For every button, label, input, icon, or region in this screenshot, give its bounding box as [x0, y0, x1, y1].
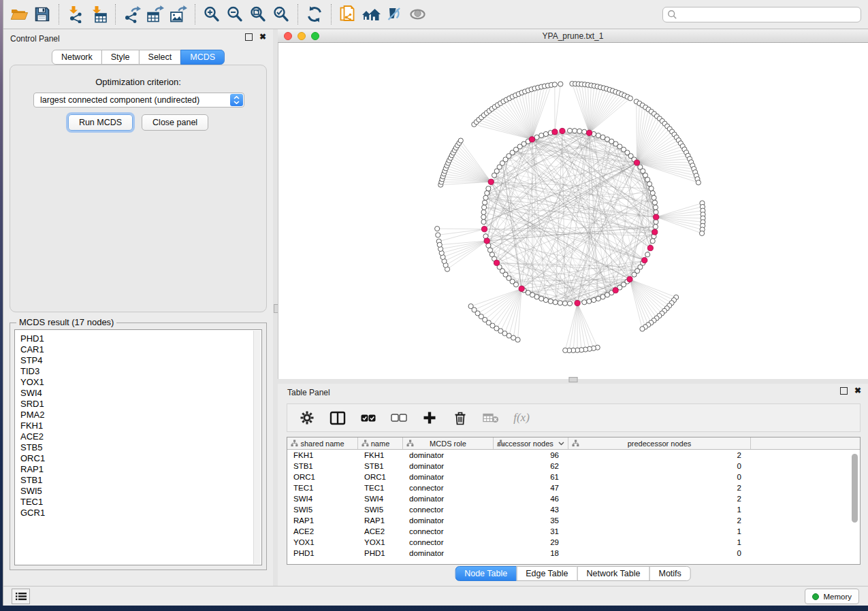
zoom-selected-button[interactable] [270, 3, 293, 25]
tab-motifs[interactable]: Motifs [649, 566, 690, 581]
column-header-name[interactable]: name [358, 437, 403, 449]
window-close-button[interactable] [284, 32, 292, 40]
mcds-result-item[interactable]: STP4 [20, 355, 261, 366]
vertical-split-divider[interactable] [273, 29, 278, 586]
delete-table-button[interactable] [483, 408, 499, 427]
column-header-predecessor-nodes[interactable]: predecessor nodes [568, 437, 751, 449]
import-network-button[interactable] [64, 3, 87, 25]
mcds-list-scrollbar[interactable] [253, 331, 261, 564]
table-cell: dominator [403, 495, 494, 503]
open-session-button[interactable] [7, 3, 31, 25]
mcds-result-item[interactable]: ACE2 [20, 431, 261, 442]
mcds-result-item[interactable]: FKH1 [20, 420, 261, 431]
table-toolbar: f(x) [287, 403, 861, 432]
table-scrollbar-thumb[interactable] [852, 454, 858, 523]
table-cell: RAP1 [358, 516, 403, 525]
table-panel: Table Panel ✖ [278, 384, 868, 586]
tab-edge-table[interactable]: Edge Table [516, 566, 577, 581]
mcds-result-item[interactable]: YOX1 [20, 377, 261, 388]
network-canvas[interactable] [278, 43, 868, 379]
tab-network[interactable]: Network [52, 50, 102, 65]
run-mcds-button[interactable]: Run MCDS [68, 114, 133, 131]
table-cell: YOX1 [358, 538, 403, 546]
table-row[interactable]: SWI5SWI5connector431 [287, 504, 860, 515]
mcds-result-item[interactable]: SWI4 [20, 388, 261, 399]
tab-network-table[interactable]: Network Table [577, 566, 650, 581]
export-image-button[interactable] [167, 3, 190, 25]
table-row[interactable]: RAP1RAP1dominator352 [287, 515, 860, 526]
delete-columns-button[interactable] [452, 408, 468, 427]
float-table-panel-button[interactable] [840, 387, 848, 395]
export-network-button[interactable] [120, 3, 144, 25]
tab-mcds[interactable]: MCDS [180, 50, 225, 65]
table-cell: SWI5 [287, 506, 358, 514]
tab-style[interactable]: Style [101, 50, 140, 65]
table-row[interactable]: ACE2ACE2connector311 [287, 526, 860, 537]
create-column-button[interactable] [421, 408, 438, 427]
mcds-result-item[interactable]: TID3 [20, 366, 261, 377]
split-columns-icon [329, 411, 346, 425]
graphics-details-button[interactable] [383, 3, 406, 25]
memory-status-icon [812, 593, 819, 600]
task-history-button[interactable] [12, 589, 30, 604]
mcds-result-item[interactable]: PMA2 [20, 410, 261, 420]
tab-select[interactable]: Select [139, 50, 182, 65]
mcds-result-item[interactable]: SRD1 [20, 399, 261, 410]
float-panel-button[interactable] [245, 33, 253, 41]
column-label: predecessor nodes [628, 440, 692, 448]
table-cell: dominator [403, 549, 494, 557]
mcds-result-item[interactable]: STB1 [20, 475, 261, 486]
column-header-shared-name[interactable]: shared name [287, 437, 358, 449]
table-row[interactable]: SWI4SWI4dominator462 [287, 493, 860, 504]
refresh-view-button[interactable] [303, 3, 326, 25]
show-column-panel-button[interactable] [329, 408, 346, 427]
network-share-button[interactable] [336, 3, 359, 25]
table-row[interactable]: FKH1FKH1dominator962 [287, 450, 860, 461]
save-session-button[interactable] [31, 3, 54, 25]
tab-node-table[interactable]: Node Table [455, 566, 517, 581]
window-minimize-button[interactable] [298, 32, 306, 40]
mcds-result-item[interactable]: GCR1 [20, 508, 261, 518]
import-table-button[interactable] [87, 3, 110, 25]
table-row[interactable]: TEC1TEC1connector472 [287, 482, 860, 493]
close-panel-button-mcds[interactable]: Close panel [142, 114, 208, 131]
network-title: YPA_prune.txt_1 [543, 31, 604, 41]
criterion-dropdown[interactable]: largest connected component (undirected) [33, 93, 244, 108]
horizontal-split-divider[interactable] [278, 379, 868, 384]
table-cell: TEC1 [358, 484, 403, 492]
mcds-result-item[interactable]: CAR1 [20, 344, 261, 355]
app-window: Control Panel ✖ NetworkStyleSelectMCDS O… [3, 0, 868, 606]
import-table-icon [90, 5, 108, 23]
table-row[interactable]: YOX1YOX1connector291 [287, 537, 860, 548]
mcds-result-item[interactable]: PHD1 [20, 333, 261, 344]
home-button[interactable] [359, 3, 383, 25]
refresh-icon [306, 5, 323, 23]
table-row[interactable]: STB1STB1dominator620 [287, 461, 860, 472]
window-zoom-button[interactable] [311, 32, 319, 40]
export-table-button[interactable] [144, 3, 167, 25]
table-row[interactable]: PHD1PHD1dominator180 [287, 548, 860, 559]
memory-button[interactable]: Memory [805, 589, 859, 604]
unselect-all-columns-button[interactable] [391, 408, 407, 427]
show-hide-graphics-button[interactable] [406, 3, 429, 25]
zoom-out-button[interactable] [223, 3, 246, 25]
sort-descending-icon [558, 442, 564, 446]
mcds-result-item[interactable]: STB5 [20, 442, 261, 453]
column-header-MCDS-role[interactable]: MCDS role [403, 437, 494, 449]
search-input[interactable] [677, 10, 856, 19]
mcds-result-item[interactable]: ORC1 [20, 453, 261, 464]
function-builder-button[interactable]: f(x) [513, 408, 530, 427]
close-panel-button[interactable]: ✖ [259, 33, 266, 41]
table-row[interactable]: ORC1ORC1dominator610 [287, 472, 860, 482]
table-settings-button[interactable] [299, 408, 315, 427]
zoom-fit-button[interactable] [246, 3, 270, 25]
trash-icon [453, 410, 468, 425]
mcds-result-item[interactable]: TEC1 [20, 497, 261, 508]
column-header-successor-nodes[interactable]: successor nodes [494, 437, 568, 449]
close-table-panel-button[interactable]: ✖ [854, 387, 861, 395]
mcds-result-item[interactable]: SWI5 [20, 486, 261, 497]
zoom-in-button[interactable] [200, 3, 223, 25]
mcds-result-item[interactable]: RAP1 [20, 464, 261, 475]
select-all-columns-button[interactable] [360, 408, 376, 427]
table-cell: 2 [568, 484, 751, 492]
